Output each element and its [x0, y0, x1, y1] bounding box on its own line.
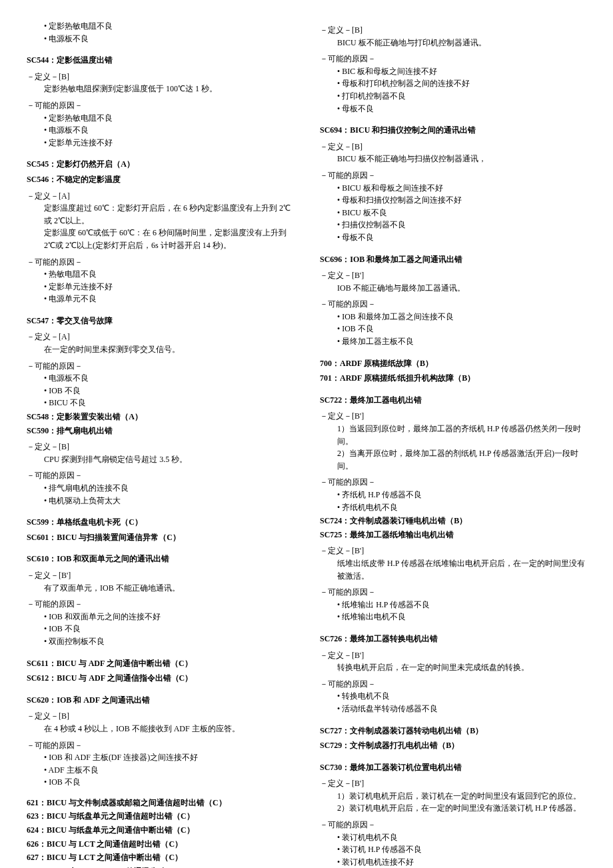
definition-text: 转换电机开启后，在一定的时间里未完成纸盘的转换。 [320, 661, 586, 674]
bullet-item: 装订机 H.P 传感器不良 [320, 843, 586, 856]
bullet-item: 装订机电机连接不好 [320, 856, 586, 868]
cause-label: －可能的原因－ [320, 586, 586, 599]
right-column: －定义－[B] BICU 板不能正确地与打印机控制器通讯。 －可能的原因－ BI… [320, 20, 586, 868]
definition-text: 2）装订机电机开启后，在一定的时间里没有激活装订机 H.P 传感器。 [320, 802, 586, 815]
page-columns: 定影热敏电阻不良 电源板不良 SC544：定影低温度出错 －定义－[B] 定影热… [27, 20, 586, 868]
sc727-title: SC727：文件制成器装订器转动电机出错（B） [320, 725, 586, 737]
bullet-item: 打印机控制器不良 [320, 90, 586, 103]
bullet-item: 电源板不良 [27, 372, 293, 385]
bullet-item: 定影热敏电阻不良 [27, 20, 293, 33]
definition-text: BICU 板不能正确地与打印机控制器通讯。 [320, 37, 586, 49]
sc729-title: SC729：文件制成器打孔电机出错（B） [320, 739, 586, 752]
definition-label: －定义－[B'] [320, 649, 586, 662]
bullet-item: 转换电机不良 [320, 690, 586, 703]
bullet-item: BICU 板和母板之间连接不好 [320, 182, 586, 195]
sc722-title: SC722：最终加工器电机出错 [320, 394, 586, 407]
definition-text: 在 4 秒或 4 秒以上，IOB 不能接收到 ADF 主板的应答。 [27, 723, 293, 735]
definition-text: 1）装订机电机开启后，装订机在一定的时间里没有返回到它的原位。 [320, 790, 586, 803]
bullet-item: 热敏电阻不良 [27, 268, 293, 281]
bullet-item: 电机驱动上负荷太大 [27, 495, 293, 507]
cause-label: －可能的原因－ [27, 360, 293, 373]
cause-label: －可能的原因－ [27, 739, 293, 752]
definition-label: －定义－[B] [320, 141, 586, 153]
sc726-title: SC726：最终加工器转换电机出错 [320, 633, 586, 645]
sc724-title: SC724：文件制成器装订锤电机出错（B） [320, 515, 586, 527]
bullet-item: 排气扇电机的连接不良 [27, 482, 293, 495]
sc610-title: SC610：IOB 和双面单元之间的通讯出错 [27, 553, 293, 565]
cause-label: －可能的原因－ [27, 99, 293, 112]
bullet-item: 纸堆输出电机不良 [320, 611, 586, 623]
definition-text: 2）当离开原位时，最终加工器的剂纸机 H.P 传感器激活(开启)一段时间。 [320, 447, 586, 472]
sc700-title: 700：ARDF 原稿搓纸故障（B） [320, 357, 586, 370]
bullet-item: IOB 不良 [27, 385, 293, 397]
definition-label: －定义－[B] [27, 71, 293, 83]
definition-label: －定义－[B'] [320, 777, 586, 790]
bullet-item: 电源单元不良 [27, 293, 293, 305]
bullet-item: 母板不良 [320, 103, 586, 115]
cause-label: －可能的原因－ [320, 678, 586, 691]
cause-label: －可能的原因－ [27, 469, 293, 482]
bullet-item: IOB 不良 [27, 776, 293, 789]
bullet-item: 定影单元连接不好 [27, 281, 293, 293]
cause-label: －可能的原因－ [27, 256, 293, 269]
definition-text: BICU 板不能正确地与扫描仪控制器通讯， [320, 153, 586, 165]
sc544-title: SC544：定影低温度出错 [27, 54, 293, 67]
sc612-title: SC612：BICU 与 ADF 之间通信指令出错（C） [27, 672, 293, 685]
definition-label: －定义－[A] [27, 190, 293, 203]
definition-label: －定义－[B'] [27, 569, 293, 582]
bullet-item: IOB 和 ADF 主板(DF 连接器)之间连接不好 [27, 751, 293, 764]
sc590-title: SC590：排气扇电机出错 [27, 425, 293, 437]
bullet-item: 最终加工器主板不良 [320, 335, 586, 348]
definition-text: CPU 探测到排气扇锁定信号超过 3.5 秒。 [27, 453, 293, 466]
cause-label: －可能的原因－ [27, 598, 293, 611]
bullet-item: 定影热敏电阻不良 [27, 112, 293, 125]
definition-text: IOB 不能正确地与最终加工器通讯。 [320, 282, 586, 295]
bullet-item: 母板和打印机控制器之间的连接不好 [320, 77, 586, 90]
code-line: 627：BICU 与 LCT 之间通信中断出错（C） [27, 851, 293, 864]
cause-label: －可能的原因－ [320, 53, 586, 65]
sc548-title: SC548：定影装置安装出错（A） [27, 411, 293, 423]
sc696-title: SC696：IOB 和最终加工器之间通讯出错 [320, 253, 586, 266]
bullet-item: IOB 不良 [320, 323, 586, 335]
definition-label: －定义－[B] [27, 441, 293, 453]
bullet-item: 双面控制板不良 [27, 635, 293, 648]
definition-text: 定影热敏电阻探测到定影温度低于 100℃达 1 秒。 [27, 83, 293, 95]
bullet-item: BICU 不良 [27, 397, 293, 409]
bullet-item: IOB 不良 [27, 623, 293, 635]
definition-label: －定义－[A] [27, 331, 293, 343]
definition-text: 定影温度超过 60℃：定影灯开启后，在 6 秒内定影温度没有上升到 2℃或 2℃… [27, 202, 293, 227]
definition-label: －定义－[B'] [320, 269, 586, 282]
definition-label: －定义－[B] [27, 710, 293, 723]
bullet-item: 纸堆输出 H.P 传感器不良 [320, 599, 586, 611]
bullet-item: BIC 板和母板之间连接不好 [320, 65, 586, 78]
sc547-title: SC547：零交叉信号故障 [27, 315, 293, 327]
left-column: 定影热敏电阻不良 电源板不良 SC544：定影低温度出错 －定义－[B] 定影热… [27, 20, 293, 868]
sc546-title: SC546：不稳定的定影温度 [27, 173, 293, 186]
sc730-title: SC730：最终加工器装订机位置电机出错 [320, 761, 586, 774]
sc694-title: SC694：BICU 和扫描仪控制之间的通讯出错 [320, 124, 586, 137]
code-line: 626：BICU 与 LCT 之间通信超时出错（C） [27, 838, 293, 851]
definition-text: 1）当返回到原位时，最终加工器的齐纸机 H.P 传感器仍然关闭一段时间。 [320, 423, 586, 447]
bullet-item: BICU 板不良 [320, 207, 586, 219]
definition-text: 纸堆出纸皮带 H.P 传感器在纸堆输出电机开启后，在一定的时间里没有被激活。 [320, 557, 586, 582]
sc725-title: SC725：最终加工器纸堆输出电机出错 [320, 529, 586, 541]
definition-text: 有了双面单元，IOB 不能正确地通讯。 [27, 582, 293, 595]
cause-label: －可能的原因－ [320, 476, 586, 489]
sc620-title: SC620：IOB 和 ADF 之间通讯出错 [27, 694, 293, 707]
bullet-item: 活动纸盘半转动传感器不良 [320, 703, 586, 715]
code-line: 624：BICU 与纸盘单元之间通信中断出错（C） [27, 824, 293, 837]
sc599-title: SC599：单格纸盘电机卡死（C） [27, 516, 293, 529]
definition-text: 定影温度 60℃或低于 60℃：在 6 秒间隔时间里，定影温度没有上升到 2℃或… [27, 227, 293, 251]
bullet-item: 齐纸机 H.P 传感器不良 [320, 489, 586, 501]
bullet-item: 电源板不良 [27, 124, 293, 137]
bullet-item: 扫描仪控制器不良 [320, 219, 586, 231]
bullet-item: 母板和扫描仪控制器之间连接不好 [320, 194, 586, 207]
code-line: 630：CS630 与 CSS（RSS）的通讯失败（D） [27, 865, 293, 868]
bullet-item: 齐纸机电机不良 [320, 501, 586, 514]
sc701-title: 701：ARDF 原稿搓纸/纸担升机构故障（B） [320, 372, 586, 385]
definition-label: －定义－[B'] [320, 545, 586, 557]
bullet-item: 电源板不良 [27, 33, 293, 45]
cause-label: －可能的原因－ [320, 819, 586, 831]
definition-label: －定义－[B'] [320, 410, 586, 423]
cause-label: －可能的原因－ [320, 298, 586, 311]
